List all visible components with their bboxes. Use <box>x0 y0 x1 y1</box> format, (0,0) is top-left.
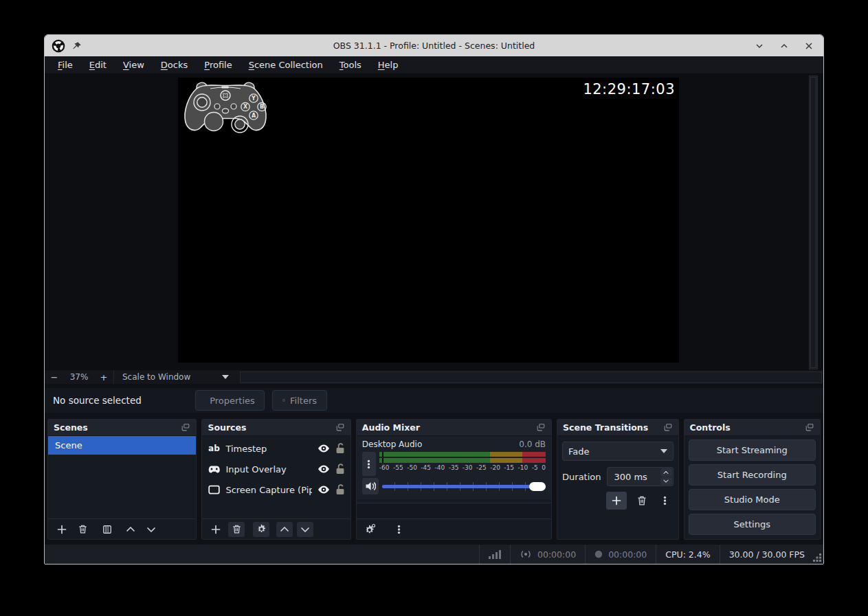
meter-tick-label: -20 <box>490 464 500 471</box>
meter-bar-right <box>379 458 546 463</box>
menu-item[interactable]: Profile <box>197 58 239 72</box>
slider-track <box>382 485 546 488</box>
chevron-down-icon <box>222 375 229 379</box>
add-scene-button[interactable] <box>54 522 70 537</box>
preview-canvas[interactable]: Y X B A 12:29:17:03 <box>178 78 679 363</box>
popout-icon[interactable] <box>805 422 814 433</box>
source-up-button[interactable] <box>276 522 293 537</box>
mixer-menu-button[interactable] <box>391 522 408 537</box>
pin-icon[interactable] <box>72 41 82 51</box>
zoom-bar: − 37% + Scale to Window <box>45 369 823 384</box>
menu-item[interactable]: File <box>50 58 80 72</box>
remove-source-button[interactable] <box>228 522 245 537</box>
transition-dropdown[interactable]: Fade <box>562 442 674 461</box>
horizontal-scrollbar[interactable] <box>240 372 822 383</box>
speaker-icon[interactable] <box>362 478 379 494</box>
source-properties-button[interactable] <box>253 522 269 537</box>
scene-transitions-panel: Scene Transitions Fade Duration 300 ms <box>557 419 679 540</box>
channel-name: Desktop Audio <box>362 440 422 449</box>
settings-button[interactable]: Settings <box>689 514 816 535</box>
duration-increment-button[interactable] <box>660 468 672 477</box>
vertical-scrollbar[interactable] <box>809 76 818 369</box>
visibility-eye-icon[interactable] <box>318 465 330 473</box>
visibility-eye-icon[interactable] <box>318 444 330 453</box>
duration-input[interactable]: 300 ms <box>607 467 674 486</box>
remove-transition-button[interactable] <box>634 493 650 508</box>
sources-panel-header[interactable]: Sources <box>202 420 350 436</box>
controls-header[interactable]: Controls <box>685 420 820 436</box>
transition-menu-button[interactable] <box>657 493 674 508</box>
maximize-button[interactable] <box>779 41 789 51</box>
window-title: OBS 31.1.1 - Profile: Untitled - Scenes:… <box>45 41 823 51</box>
add-source-button[interactable] <box>208 522 224 537</box>
source-label: Input Overlay <box>225 464 311 475</box>
menubar: File Edit View Docks Profile Scene Colle… <box>45 56 823 74</box>
studio-mode-button[interactable]: Studio Mode <box>689 489 816 510</box>
start-recording-button[interactable]: Start Recording <box>689 464 816 486</box>
scene-transitions-body: Fade Duration 300 ms <box>557 436 678 539</box>
menu-item[interactable]: View <box>115 58 152 72</box>
advanced-audio-button[interactable] <box>362 522 379 537</box>
menu-item[interactable]: Help <box>370 58 406 72</box>
add-transition-button[interactable] <box>606 492 627 510</box>
duration-decrement-button[interactable] <box>660 477 672 486</box>
lock-open-icon[interactable] <box>335 443 345 454</box>
start-streaming-button[interactable]: Start Streaming <box>689 440 816 461</box>
lock-open-icon[interactable] <box>335 484 345 495</box>
source-down-button[interactable] <box>297 522 313 537</box>
source-row[interactable]: Input Overlay <box>202 459 350 479</box>
menu-item[interactable]: Docks <box>153 58 195 72</box>
display-icon <box>208 485 220 494</box>
meter-tick-label: -60 <box>379 464 390 471</box>
volume-slider[interactable] <box>382 481 546 492</box>
close-button[interactable] <box>804 41 814 51</box>
scene-down-button[interactable] <box>143 522 159 537</box>
zoom-out-button[interactable]: − <box>45 372 64 383</box>
sources-toolbar <box>202 518 350 539</box>
scale-mode-dropdown[interactable]: Scale to Window <box>113 370 236 384</box>
slider-handle[interactable] <box>529 482 546 491</box>
source-row[interactable]: Screen Capture (PipeW <box>202 479 350 500</box>
filters-button[interactable]: Filters <box>272 390 327 411</box>
source-row[interactable]: ab Timestep <box>202 438 350 459</box>
record-time: 00:00:00 <box>608 549 647 560</box>
broadcast-icon <box>520 550 532 558</box>
record-timer: 00:00:00 <box>585 545 656 564</box>
audio-mixer-header[interactable]: Audio Mixer <box>357 420 551 436</box>
visibility-eye-icon[interactable] <box>318 486 330 494</box>
scenes-panel-header[interactable]: Scenes <box>48 420 196 436</box>
channel-menu-button[interactable] <box>362 452 376 476</box>
zoom-in-button[interactable]: + <box>94 372 113 383</box>
stream-timer: 00:00:00 <box>510 545 585 564</box>
scene-label: Scene <box>55 440 82 450</box>
minimize-button[interactable] <box>755 41 764 51</box>
popout-icon[interactable] <box>335 422 345 433</box>
menu-item[interactable]: Scene Collection <box>241 58 331 72</box>
audio-mixer-toolbar <box>357 518 551 539</box>
svg-text:X: X <box>243 104 248 110</box>
scene-transitions-header[interactable]: Scene Transitions <box>557 420 678 436</box>
dock-panels: Scenes Scene S <box>45 419 823 540</box>
meter-tick-label: -25 <box>476 464 487 471</box>
meter-tick-label: -35 <box>449 464 459 471</box>
popout-icon[interactable] <box>181 422 190 433</box>
transition-value: Fade <box>568 446 590 457</box>
meter-tick-label: 0 <box>542 464 546 471</box>
lock-open-icon[interactable] <box>335 464 345 475</box>
properties-label: Properties <box>210 396 255 406</box>
menu-item[interactable]: Tools <box>332 58 369 72</box>
properties-button[interactable]: Properties <box>195 390 265 411</box>
spacer <box>45 540 823 545</box>
menu-item[interactable]: Edit <box>82 58 114 72</box>
controls-panel: Controls Start Streaming Start Recording… <box>684 419 821 540</box>
resize-grip[interactable] <box>813 554 822 562</box>
meter-tick-label: -50 <box>407 464 417 471</box>
scene-up-button[interactable] <box>122 522 139 537</box>
scene-list-item[interactable]: Scene <box>48 436 196 455</box>
popout-icon[interactable] <box>536 422 546 433</box>
source-label: Screen Capture (PipeW <box>225 485 311 495</box>
scene-filters-button[interactable] <box>99 522 115 537</box>
popout-icon[interactable] <box>663 422 673 433</box>
audio-mixer-panel: Audio Mixer Desktop Audio 0.0 dB <box>356 419 552 540</box>
remove-scene-button[interactable] <box>74 522 91 537</box>
